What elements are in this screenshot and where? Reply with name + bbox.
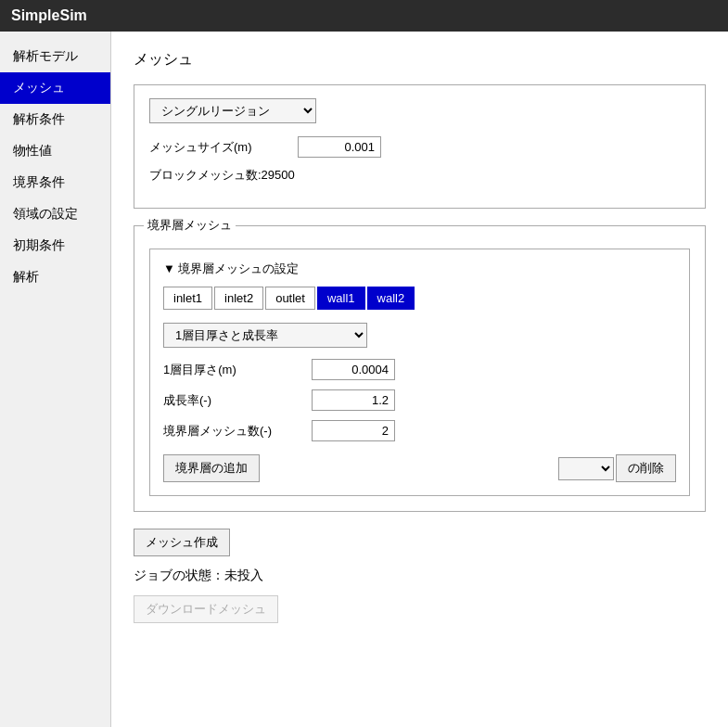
mesh-size-input[interactable] (298, 136, 381, 158)
boundary-layer-legend: 境界層メッシュ (144, 217, 236, 234)
tab-inlet1[interactable]: inlet1 (163, 287, 212, 310)
tab-outlet[interactable]: outlet (265, 287, 315, 310)
boundary-layer-inner: ▼ 境界層メッシュの設定 inlet1 inlet2 outlet wall1 … (149, 249, 690, 496)
bc-header: ▼ 境界層メッシュの設定 (163, 261, 676, 277)
block-mesh-row: ブロックメッシュ数:29500 (149, 167, 690, 184)
add-boundary-layer-button[interactable]: 境界層の追加 (163, 454, 260, 482)
layer-method-select[interactable]: 1層目厚さと成長率その他 (163, 323, 367, 348)
download-mesh-button: ダウンロードメッシュ (134, 595, 278, 623)
job-status: ジョブの状態：未投入 (134, 568, 706, 584)
footer-section: メッシュ作成 ジョブの状態：未投入 ダウンロードメッシュ (134, 529, 706, 623)
first-layer-row: 1層目厚さ(m) (163, 359, 676, 380)
sidebar-item-mesh[interactable]: メッシュ (0, 72, 110, 104)
delete-row: の削除 (558, 454, 676, 482)
main-content: メッシュ シングルリージョンマルチリージョン メッシュサイズ(m) ブロックメッ… (111, 32, 728, 727)
app-header: SimpleSim (0, 0, 728, 32)
growth-rate-row: 成長率(-) (163, 389, 676, 411)
boundary-tabs: inlet1 inlet2 outlet wall1 wall2 (163, 287, 676, 310)
sidebar-item-domain-settings[interactable]: 領域の設定 (0, 198, 110, 230)
region-select[interactable]: シングルリージョンマルチリージョン (149, 98, 316, 123)
tab-inlet2[interactable]: inlet2 (214, 287, 263, 310)
first-layer-label: 1層目厚さ(m) (163, 362, 312, 378)
region-section: シングルリージョンマルチリージョン メッシュサイズ(m) ブロックメッシュ数:2… (134, 84, 706, 209)
growth-rate-input[interactable] (312, 389, 395, 411)
block-mesh-count: ブロックメッシュ数:29500 (149, 167, 295, 184)
layout: 解析モデル メッシュ 解析条件 物性値 境界条件 領域の設定 初期条件 解析 メ… (0, 32, 728, 727)
page-title: メッシュ (134, 50, 706, 70)
action-row: 境界層の追加 の削除 (163, 454, 676, 482)
sidebar-item-initial-conditions[interactable]: 初期条件 (0, 230, 110, 261)
growth-rate-label: 成長率(-) (163, 392, 312, 409)
sub-select-row: 1層目厚さと成長率その他 (163, 323, 676, 348)
sidebar: 解析モデル メッシュ 解析条件 物性値 境界条件 領域の設定 初期条件 解析 (0, 32, 111, 727)
mesh-size-row: メッシュサイズ(m) (149, 136, 690, 158)
first-layer-input[interactable] (312, 359, 395, 380)
sidebar-item-analysis[interactable]: 解析 (0, 261, 110, 293)
layer-count-row: 境界層メッシュ数(-) (163, 420, 676, 441)
create-mesh-button[interactable]: メッシュ作成 (134, 529, 230, 556)
app-title: SimpleSim (11, 7, 87, 23)
sidebar-item-analysis-model[interactable]: 解析モデル (0, 41, 110, 72)
layer-count-input[interactable] (312, 420, 395, 441)
region-row: シングルリージョンマルチリージョン (149, 98, 690, 123)
delete-select[interactable] (558, 457, 614, 480)
tab-wall2[interactable]: wall2 (367, 287, 415, 310)
layer-count-label: 境界層メッシュ数(-) (163, 423, 312, 440)
mesh-size-label: メッシュサイズ(m) (149, 139, 298, 156)
sidebar-item-boundary-conditions[interactable]: 境界条件 (0, 167, 110, 198)
delete-boundary-layer-button[interactable]: の削除 (616, 454, 676, 482)
sidebar-item-physical-properties[interactable]: 物性値 (0, 135, 110, 167)
sidebar-item-analysis-conditions[interactable]: 解析条件 (0, 104, 110, 135)
tab-wall1[interactable]: wall1 (317, 287, 365, 310)
boundary-layer-section: 境界層メッシュ ▼ 境界層メッシュの設定 inlet1 inlet2 outle… (134, 225, 706, 512)
